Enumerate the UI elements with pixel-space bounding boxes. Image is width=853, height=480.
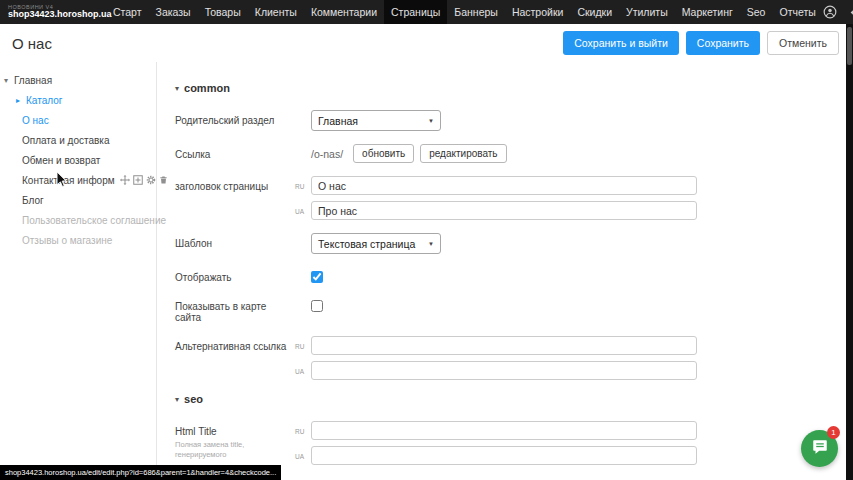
edit-link-button[interactable]: редактировать (420, 144, 506, 163)
sidebar-item-about[interactable]: О нас (0, 110, 156, 130)
menu-item-reports[interactable]: Отчеты (772, 0, 822, 24)
field-label: Родительский раздел (175, 110, 295, 131)
add-page-icon[interactable] (133, 175, 143, 185)
link-row: Ссылка /o-nas/ обновить редактировать (175, 144, 853, 163)
menu-item-start[interactable]: Старт (106, 0, 149, 24)
logout-icon[interactable] (849, 6, 853, 19)
field-label: Показывать в карте сайта (175, 296, 295, 323)
menu-item-settings[interactable]: Настройки (505, 0, 571, 24)
parent-section-row: Родительский раздел Главная ▼ (175, 110, 853, 131)
brand: НОВОВИНИ V4 shop34423.horoshop.ua (0, 2, 106, 22)
alt-link-row: Альтернативная ссылка RU UA (175, 336, 853, 380)
sidebar-item-label: Каталог (26, 95, 62, 106)
chat-icon (811, 438, 829, 460)
template-select[interactable]: Текстовая страница ▼ (311, 233, 441, 254)
html-title-ru-input[interactable] (311, 421, 697, 440)
sidebar-item-catalog[interactable]: ▸ Каталог (0, 90, 156, 110)
page-title-row: заголовок страницы RU UA (175, 176, 853, 220)
sidebar-item-label: О нас (22, 115, 49, 126)
scrollbar-thumb[interactable] (847, 27, 852, 65)
topbar: НОВОВИНИ V4 shop34423.horoshop.ua Старт … (0, 0, 853, 24)
chat-widget[interactable]: 1 (801, 430, 838, 467)
chat-badge: 1 (827, 426, 840, 439)
cancel-button[interactable]: Отменить (767, 31, 839, 55)
pages-tree-sidebar: ▾ Главная ▸ Каталог О нас Оплата и доста… (0, 62, 157, 480)
menu-item-discounts[interactable]: Скидки (570, 0, 619, 24)
page-title-ua-input[interactable] (311, 201, 697, 220)
alt-link-ru-input[interactable] (311, 336, 697, 355)
topbar-icons (823, 5, 853, 19)
save-and-exit-button[interactable]: Сохранить и выйти (563, 31, 679, 55)
account-icon[interactable] (823, 5, 837, 19)
sidebar-item-label: Пользовательское соглашение (22, 215, 166, 226)
status-url: shop34423.horoshop.ua/edit/edit.php?id=6… (0, 465, 281, 480)
menu-item-seo[interactable]: Seo (740, 0, 773, 24)
template-row: Шаблон Текстовая страница ▼ (175, 233, 853, 254)
sidebar-item-contact-info[interactable]: Контактная информ (0, 170, 156, 190)
chevron-down-icon[interactable]: ▾ (4, 76, 14, 85)
sidebar-item-reviews[interactable]: Отзывы о магазине (0, 230, 156, 250)
chevron-down-icon[interactable]: ▾ (175, 395, 179, 404)
lang-label-ru: RU (295, 421, 311, 435)
html-title-ua-input[interactable] (311, 446, 697, 465)
field-hint: Полная замена title, генерируемого (175, 440, 295, 460)
selected-value: Текстовая страница (318, 238, 415, 250)
menu-item-banners[interactable]: Баннеры (447, 0, 505, 24)
section-seo-header[interactable]: ▾ seo (175, 393, 853, 405)
menu-item-marketing[interactable]: Маркетинг (675, 0, 740, 24)
page-edit-form: ▾ common Родительский раздел Главная ▼ (157, 62, 853, 480)
page-title: О нас (12, 35, 52, 52)
chevron-down-icon: ▼ (428, 241, 434, 247)
sidebar-item-label: Контактная информ (22, 175, 115, 186)
section-title: common (184, 82, 230, 94)
display-row: Отображать (175, 267, 853, 283)
sidebar-item-user-agreement[interactable]: Пользовательское соглашение (0, 210, 156, 230)
sidebar-item-blog[interactable]: Блог (0, 190, 156, 210)
sidebar-item-home[interactable]: ▾ Главная (0, 70, 156, 90)
scrollbar[interactable] (846, 24, 853, 480)
sidebar-item-label: Блог (22, 195, 44, 206)
sidebar-item-exchange-return[interactable]: Обмен и возврат (0, 150, 156, 170)
link-value: /o-nas/ (311, 144, 343, 160)
move-icon[interactable] (120, 175, 130, 185)
chevron-down-icon: ▼ (428, 118, 434, 124)
field-label: Альтернативная ссылка (175, 336, 295, 380)
alt-link-ua-input[interactable] (311, 361, 697, 380)
section-title: seo (184, 393, 203, 405)
html-title-row: Html Title Полная замена title, генериру… (175, 421, 853, 465)
field-label: Отображать (175, 267, 295, 283)
sidebar-item-label: Отзывы о магазине (22, 235, 112, 246)
sidebar-item-payment-delivery[interactable]: Оплата и доставка (0, 130, 156, 150)
field-label: Шаблон (175, 233, 295, 254)
content: ▾ Главная ▸ Каталог О нас Оплата и доста… (0, 62, 853, 480)
section-common-header[interactable]: ▾ common (175, 82, 853, 94)
menu-item-utilities[interactable]: Утилиты (619, 0, 675, 24)
parent-section-select[interactable]: Главная ▼ (311, 110, 441, 131)
page-header: О нас Сохранить и выйти Сохранить Отмени… (0, 24, 853, 62)
selected-value: Главная (318, 115, 358, 127)
main-menu: Старт Заказы Товары Клиенты Комментарии … (106, 0, 823, 24)
page: НОВОВИНИ V4 shop34423.horoshop.ua Старт … (0, 0, 853, 480)
sitemap-checkbox[interactable] (311, 300, 323, 312)
lang-label-ru: RU (295, 176, 311, 190)
field-label: заголовок страницы (175, 176, 295, 220)
gear-icon[interactable] (146, 175, 156, 185)
update-link-button[interactable]: обновить (353, 144, 414, 163)
menu-item-comments[interactable]: Комментарии (304, 0, 384, 24)
chevron-right-icon[interactable]: ▸ (16, 96, 26, 105)
menu-item-clients[interactable]: Клиенты (248, 0, 304, 24)
lang-label-ua: UA (295, 446, 311, 460)
chevron-down-icon[interactable]: ▾ (175, 84, 179, 93)
lang-label-ua: UA (295, 201, 311, 215)
menu-item-products[interactable]: Товары (198, 0, 248, 24)
menu-item-pages[interactable]: Страницы (384, 0, 447, 24)
menu-item-orders[interactable]: Заказы (149, 0, 198, 24)
lang-label-ua: UA (295, 361, 311, 375)
field-label: Html Title Полная замена title, генериру… (175, 421, 295, 465)
lang-label-ru: RU (295, 336, 311, 350)
field-label: Ссылка (175, 144, 295, 163)
save-button[interactable]: Сохранить (686, 31, 760, 55)
display-checkbox[interactable] (311, 271, 323, 283)
sidebar-item-label: Обмен и возврат (22, 155, 100, 166)
page-title-ru-input[interactable] (311, 176, 697, 195)
